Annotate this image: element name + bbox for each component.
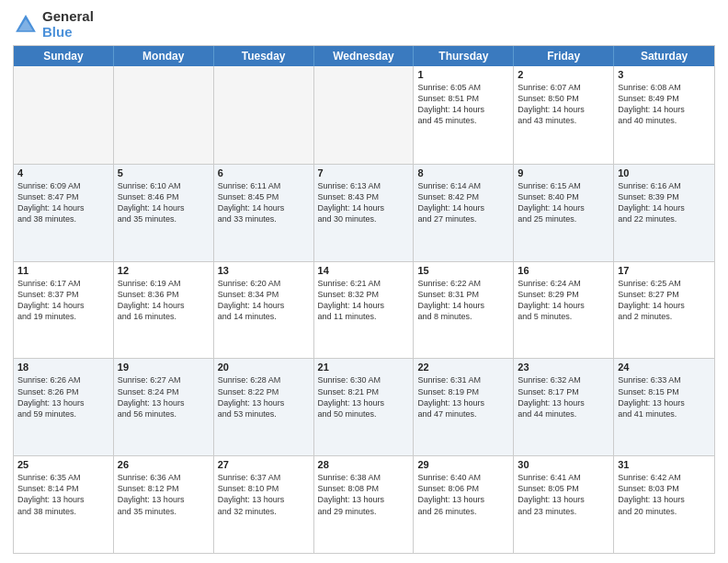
day-info: Sunrise: 6:36 AM Sunset: 8:12 PM Dayligh… [118,472,210,517]
day-info: Sunrise: 6:38 AM Sunset: 8:08 PM Dayligh… [318,472,410,517]
day-info: Sunrise: 6:05 AM Sunset: 8:51 PM Dayligh… [417,82,509,127]
day-number: 26 [118,459,210,470]
day-number: 8 [417,167,509,178]
day-cell-16: 16Sunrise: 6:24 AM Sunset: 8:29 PM Dayli… [514,262,614,359]
logo-icon [13,12,39,38]
day-info: Sunrise: 6:41 AM Sunset: 8:05 PM Dayligh… [518,472,609,517]
empty-cell [114,66,214,164]
day-cell-5: 5Sunrise: 6:10 AM Sunset: 8:46 PM Daylig… [114,165,214,261]
calendar-row: 18Sunrise: 6:26 AM Sunset: 8:26 PM Dayli… [14,358,714,455]
day-info: Sunrise: 6:13 AM Sunset: 8:43 PM Dayligh… [318,180,410,225]
day-cell-10: 10Sunrise: 6:16 AM Sunset: 8:39 PM Dayli… [614,165,714,261]
day-cell-30: 30Sunrise: 6:41 AM Sunset: 8:05 PM Dayli… [514,456,614,553]
day-cell-17: 17Sunrise: 6:25 AM Sunset: 8:27 PM Dayli… [614,262,714,359]
day-info: Sunrise: 6:17 AM Sunset: 8:37 PM Dayligh… [17,278,109,323]
day-cell-24: 24Sunrise: 6:33 AM Sunset: 8:15 PM Dayli… [614,359,714,455]
day-number: 12 [118,265,210,276]
day-info: Sunrise: 6:28 AM Sunset: 8:22 PM Dayligh… [218,374,310,419]
day-number: 23 [518,362,609,373]
day-number: 25 [17,459,109,470]
empty-cell [214,66,314,164]
day-cell-22: 22Sunrise: 6:31 AM Sunset: 8:19 PM Dayli… [414,359,514,455]
day-cell-23: 23Sunrise: 6:32 AM Sunset: 8:17 PM Dayli… [514,359,614,455]
day-info: Sunrise: 6:11 AM Sunset: 8:45 PM Dayligh… [218,180,310,225]
calendar-row: 25Sunrise: 6:35 AM Sunset: 8:14 PM Dayli… [14,455,714,553]
day-number: 4 [17,167,109,178]
day-number: 27 [218,459,310,470]
day-info: Sunrise: 6:08 AM Sunset: 8:49 PM Dayligh… [618,82,711,127]
day-info: Sunrise: 6:27 AM Sunset: 8:24 PM Dayligh… [118,374,210,419]
day-number: 29 [417,459,509,470]
day-number: 22 [417,362,509,373]
day-info: Sunrise: 6:07 AM Sunset: 8:50 PM Dayligh… [518,82,609,127]
day-cell-20: 20Sunrise: 6:28 AM Sunset: 8:22 PM Dayli… [214,359,314,455]
day-number: 16 [518,265,609,276]
day-info: Sunrise: 6:21 AM Sunset: 8:32 PM Dayligh… [318,278,410,323]
day-cell-21: 21Sunrise: 6:30 AM Sunset: 8:21 PM Dayli… [314,359,415,455]
day-cell-14: 14Sunrise: 6:21 AM Sunset: 8:32 PM Dayli… [314,262,415,359]
day-cell-15: 15Sunrise: 6:22 AM Sunset: 8:31 PM Dayli… [414,262,514,359]
day-number: 18 [17,362,109,373]
day-cell-26: 26Sunrise: 6:36 AM Sunset: 8:12 PM Dayli… [114,456,214,553]
calendar-row: 11Sunrise: 6:17 AM Sunset: 8:37 PM Dayli… [14,261,714,359]
day-number: 11 [17,265,109,276]
day-cell-12: 12Sunrise: 6:19 AM Sunset: 8:36 PM Dayli… [114,262,214,359]
day-number: 6 [218,167,310,178]
empty-cell [14,66,114,164]
day-number: 24 [618,362,711,373]
day-number: 5 [118,167,210,178]
page: General Blue SundayMondayTuesdayWednesda… [0,0,728,563]
day-header-thursday: Thursday [414,46,514,66]
day-info: Sunrise: 6:20 AM Sunset: 8:34 PM Dayligh… [218,278,310,323]
empty-cell [314,66,415,164]
day-number: 1 [417,69,509,80]
day-info: Sunrise: 6:14 AM Sunset: 8:42 PM Dayligh… [417,180,509,225]
day-cell-4: 4Sunrise: 6:09 AM Sunset: 8:47 PM Daylig… [14,165,114,261]
day-number: 31 [618,459,711,470]
day-cell-25: 25Sunrise: 6:35 AM Sunset: 8:14 PM Dayli… [14,456,114,553]
calendar-row: 1Sunrise: 6:05 AM Sunset: 8:51 PM Daylig… [14,66,714,164]
day-number: 19 [118,362,210,373]
day-cell-29: 29Sunrise: 6:40 AM Sunset: 8:06 PM Dayli… [414,456,514,553]
day-number: 17 [618,265,711,276]
day-cell-3: 3Sunrise: 6:08 AM Sunset: 8:49 PM Daylig… [614,66,714,164]
logo-text: General Blue [42,9,94,40]
day-cell-27: 27Sunrise: 6:37 AM Sunset: 8:10 PM Dayli… [214,456,314,553]
day-header-tuesday: Tuesday [214,46,314,66]
day-info: Sunrise: 6:15 AM Sunset: 8:40 PM Dayligh… [518,180,609,225]
day-info: Sunrise: 6:33 AM Sunset: 8:15 PM Dayligh… [618,374,711,419]
day-number: 15 [417,265,509,276]
day-info: Sunrise: 6:30 AM Sunset: 8:21 PM Dayligh… [318,374,410,419]
day-info: Sunrise: 6:19 AM Sunset: 8:36 PM Dayligh… [118,278,210,323]
day-info: Sunrise: 6:40 AM Sunset: 8:06 PM Dayligh… [417,472,509,517]
day-header-saturday: Saturday [614,46,714,66]
day-cell-28: 28Sunrise: 6:38 AM Sunset: 8:08 PM Dayli… [314,456,415,553]
header: General Blue [13,9,715,40]
day-cell-11: 11Sunrise: 6:17 AM Sunset: 8:37 PM Dayli… [14,262,114,359]
day-info: Sunrise: 6:25 AM Sunset: 8:27 PM Dayligh… [618,278,711,323]
day-header-wednesday: Wednesday [314,46,415,66]
day-info: Sunrise: 6:16 AM Sunset: 8:39 PM Dayligh… [618,180,711,225]
day-cell-7: 7Sunrise: 6:13 AM Sunset: 8:43 PM Daylig… [314,165,415,261]
day-number: 2 [518,69,609,80]
calendar-row: 4Sunrise: 6:09 AM Sunset: 8:47 PM Daylig… [14,164,714,261]
day-cell-8: 8Sunrise: 6:14 AM Sunset: 8:42 PM Daylig… [414,165,514,261]
day-cell-1: 1Sunrise: 6:05 AM Sunset: 8:51 PM Daylig… [414,66,514,164]
day-cell-6: 6Sunrise: 6:11 AM Sunset: 8:45 PM Daylig… [214,165,314,261]
day-number: 10 [618,167,711,178]
day-number: 20 [218,362,310,373]
day-cell-13: 13Sunrise: 6:20 AM Sunset: 8:34 PM Dayli… [214,262,314,359]
day-info: Sunrise: 6:09 AM Sunset: 8:47 PM Dayligh… [17,180,109,225]
day-number: 3 [618,69,711,80]
day-cell-2: 2Sunrise: 6:07 AM Sunset: 8:50 PM Daylig… [514,66,614,164]
day-cell-31: 31Sunrise: 6:42 AM Sunset: 8:03 PM Dayli… [614,456,714,553]
day-info: Sunrise: 6:35 AM Sunset: 8:14 PM Dayligh… [17,472,109,517]
day-info: Sunrise: 6:37 AM Sunset: 8:10 PM Dayligh… [218,472,310,517]
day-info: Sunrise: 6:31 AM Sunset: 8:19 PM Dayligh… [417,374,509,419]
calendar: SundayMondayTuesdayWednesdayThursdayFrid… [13,45,715,554]
day-info: Sunrise: 6:26 AM Sunset: 8:26 PM Dayligh… [17,374,109,419]
day-info: Sunrise: 6:22 AM Sunset: 8:31 PM Dayligh… [417,278,509,323]
day-info: Sunrise: 6:32 AM Sunset: 8:17 PM Dayligh… [518,374,609,419]
calendar-body: 1Sunrise: 6:05 AM Sunset: 8:51 PM Daylig… [14,66,714,553]
day-header-sunday: Sunday [14,46,114,66]
